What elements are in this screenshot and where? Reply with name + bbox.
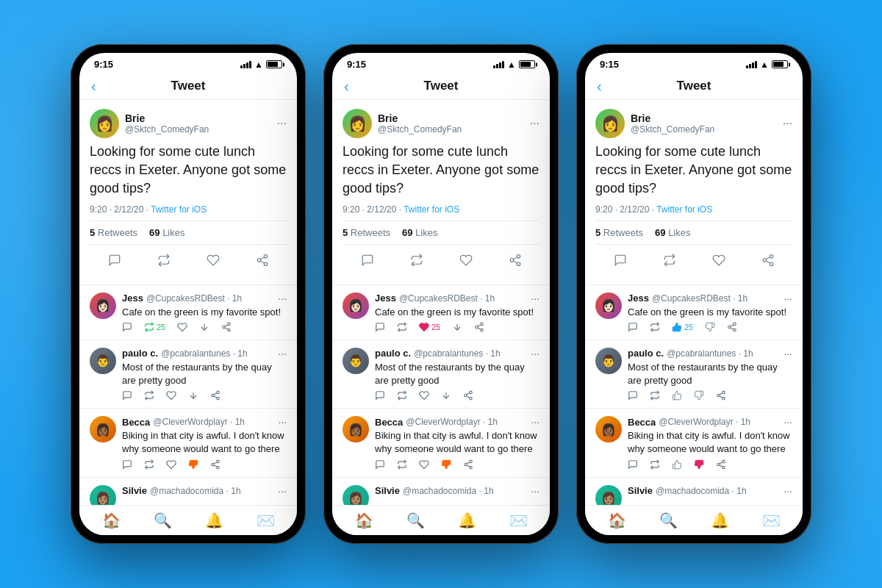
reply-more-button[interactable]: ··· xyxy=(278,416,287,428)
comment-action[interactable] xyxy=(358,251,377,273)
reply-more-button[interactable]: ··· xyxy=(784,348,792,359)
retweet-button[interactable] xyxy=(397,390,407,401)
retweet-count: 5 Retweets xyxy=(90,227,137,238)
author-handle: @Sktch_ComedyFan xyxy=(125,124,271,135)
dislike-button[interactable] xyxy=(188,459,198,470)
reply-more-button[interactable]: ··· xyxy=(278,348,287,359)
share-button[interactable] xyxy=(727,322,737,332)
comment-button[interactable] xyxy=(628,459,638,470)
retweet-button[interactable] xyxy=(144,459,154,470)
reply-more-button[interactable]: ··· xyxy=(531,348,539,359)
like-button[interactable] xyxy=(177,322,187,332)
dislike-button[interactable] xyxy=(705,322,715,332)
svg-line-10 xyxy=(225,325,228,326)
reply-more-button[interactable]: ··· xyxy=(531,416,539,428)
notifications-nav-item[interactable]: 🔔 xyxy=(458,512,476,529)
down-vote-button[interactable] xyxy=(441,390,451,401)
share-button[interactable] xyxy=(716,390,726,401)
search-nav-item[interactable]: 🔍 xyxy=(406,512,425,529)
like-button[interactable] xyxy=(419,390,429,401)
comment-action[interactable] xyxy=(611,251,630,273)
retweet-button[interactable] xyxy=(650,390,660,401)
twitter-source-link[interactable]: Twitter for iOS xyxy=(656,204,712,215)
search-nav-item[interactable]: 🔍 xyxy=(154,512,172,529)
comment-button[interactable] xyxy=(122,390,132,401)
retweet-button[interactable] xyxy=(397,459,407,470)
notifications-nav-item[interactable]: 🔔 xyxy=(711,512,729,529)
comment-action[interactable] xyxy=(105,251,124,273)
notifications-nav-item[interactable]: 🔔 xyxy=(205,512,223,529)
share-button[interactable] xyxy=(716,459,726,470)
back-button[interactable]: ‹ xyxy=(344,78,349,95)
dislike-button[interactable] xyxy=(694,459,704,470)
down-vote-button[interactable] xyxy=(199,322,209,332)
signal-icon xyxy=(746,61,757,68)
like-button[interactable]: 25 xyxy=(672,322,693,332)
reply-header: Jess @CupcakesRDBest · 1h ··· xyxy=(375,293,539,304)
share-button[interactable] xyxy=(463,390,473,401)
more-button[interactable]: ··· xyxy=(277,117,287,130)
share-button[interactable] xyxy=(210,459,220,470)
comment-button[interactable] xyxy=(375,322,385,332)
share-button[interactable] xyxy=(463,459,473,470)
retweet-button[interactable] xyxy=(650,459,660,470)
comment-button[interactable] xyxy=(628,390,638,401)
like-action[interactable] xyxy=(456,251,476,273)
retweet-button[interactable] xyxy=(397,322,407,332)
twitter-source-link[interactable]: Twitter for iOS xyxy=(404,204,459,215)
like-button[interactable] xyxy=(166,390,176,401)
share-button[interactable] xyxy=(210,390,220,401)
reply-more-button[interactable]: ··· xyxy=(784,416,792,428)
more-button[interactable]: ··· xyxy=(530,117,539,130)
retweet-button[interactable] xyxy=(650,322,660,332)
more-button[interactable]: ··· xyxy=(783,117,792,130)
retweet-button[interactable] xyxy=(144,390,154,401)
down-vote-button[interactable] xyxy=(188,390,198,401)
share-button[interactable] xyxy=(474,322,484,332)
messages-nav-item[interactable]: ✉️ xyxy=(762,512,781,529)
messages-nav-item[interactable]: ✉️ xyxy=(257,512,275,529)
like-button[interactable] xyxy=(419,459,429,470)
reply-more-button[interactable]: ··· xyxy=(278,485,287,497)
home-nav-item[interactable]: 🏠 xyxy=(102,512,121,529)
comment-button[interactable] xyxy=(122,322,132,332)
share-action[interactable] xyxy=(506,251,525,273)
search-nav-item[interactable]: 🔍 xyxy=(659,512,678,529)
down-vote-button[interactable] xyxy=(452,322,462,332)
dislike-button[interactable] xyxy=(441,459,451,470)
like-action[interactable] xyxy=(204,251,223,273)
reply-more-button[interactable]: ··· xyxy=(278,293,287,304)
reply-tweet: 👩🏾 Becca @CleverWordplayr · 1h ··· Bikin… xyxy=(332,409,550,477)
home-nav-item[interactable]: 🏠 xyxy=(355,512,373,529)
like-button[interactable] xyxy=(166,459,176,470)
like-action[interactable] xyxy=(709,251,728,273)
comment-button[interactable] xyxy=(122,459,132,470)
share-action[interactable] xyxy=(253,251,272,273)
retweet-action[interactable] xyxy=(154,251,173,273)
like-button[interactable] xyxy=(672,459,682,470)
like-button[interactable]: 25 xyxy=(419,322,440,332)
retweet-action[interactable] xyxy=(407,251,426,273)
share-button[interactable] xyxy=(221,322,232,332)
retweet-button[interactable]: 25 xyxy=(144,322,165,332)
reply-text: Cafe on the green is my favorite spot! xyxy=(122,306,287,319)
back-button[interactable]: ‹ xyxy=(597,78,602,95)
reply-more-button[interactable]: ··· xyxy=(531,293,539,304)
share-action[interactable] xyxy=(759,251,778,273)
messages-nav-item[interactable]: ✉️ xyxy=(509,512,528,529)
retweet-action[interactable] xyxy=(660,251,679,273)
comment-button[interactable] xyxy=(375,459,385,470)
status-bar: 9:15 ▲ xyxy=(332,53,550,73)
reply-more-button[interactable]: ··· xyxy=(531,485,539,497)
like-button[interactable] xyxy=(672,390,682,401)
twitter-source-link[interactable]: Twitter for iOS xyxy=(151,204,207,215)
reply-more-button[interactable]: ··· xyxy=(784,485,792,497)
back-button[interactable]: ‹ xyxy=(91,78,96,95)
svg-line-25 xyxy=(513,261,517,263)
dislike-button[interactable] xyxy=(694,390,704,401)
reply-more-button[interactable]: ··· xyxy=(784,293,792,304)
comment-button[interactable] xyxy=(628,322,638,332)
comment-button[interactable] xyxy=(375,390,385,401)
home-nav-item[interactable]: 🏠 xyxy=(608,512,626,529)
avatar: 👩 xyxy=(595,109,625,138)
